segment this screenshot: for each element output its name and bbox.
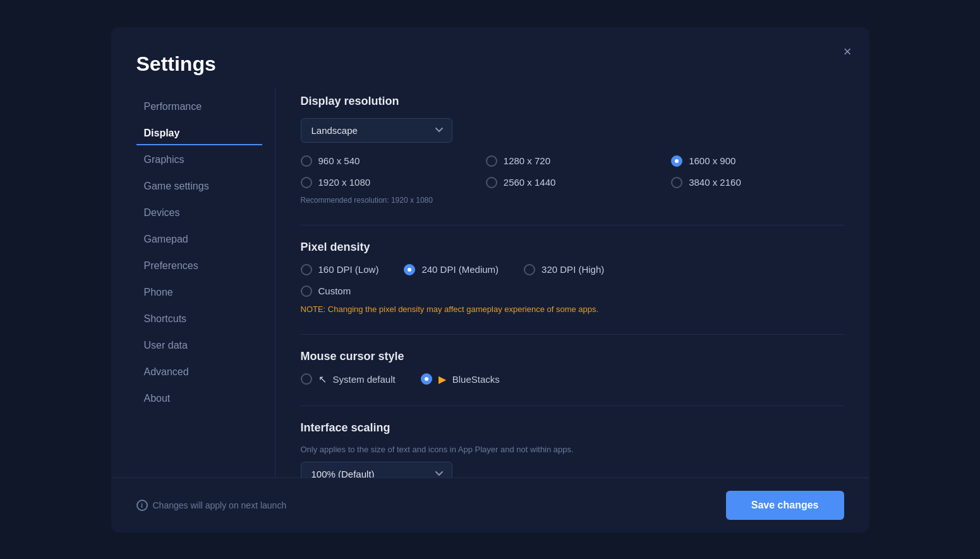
interface-scaling-section: Interface scaling Only applies to the si…: [301, 421, 844, 478]
resolution-hint: Recommended resolution: 1920 x 1080: [301, 196, 844, 205]
pixel-density-title: Pixel density: [301, 241, 844, 254]
footer-note: i Changes will apply on next launch: [136, 500, 287, 511]
bluestacks-cursor-icon: ▶: [439, 373, 446, 385]
modal-body: Performance Display Graphics Game settin…: [111, 88, 869, 478]
modal-title: Settings: [136, 52, 844, 76]
pixel-density-section: Pixel density 160 DPI (Low) 240 DPI (Med…: [301, 241, 844, 314]
settings-modal: Settings × Performance Display Graphics …: [111, 27, 869, 532]
divider-2: [301, 334, 844, 335]
sidebar-item-performance[interactable]: Performance: [136, 95, 262, 119]
dpi-option-160[interactable]: 160 DPI (Low): [301, 264, 379, 275]
sidebar-item-shortcuts[interactable]: Shortcuts: [136, 307, 262, 331]
cursor-options: ↖ System default ▶ BlueStacks: [301, 373, 844, 385]
footer-note-text: Changes will apply on next launch: [153, 500, 287, 510]
interface-scaling-desc: Only applies to the size of text and ico…: [301, 445, 844, 454]
resolution-option-1280[interactable]: 1280 x 720: [486, 155, 658, 167]
save-changes-button[interactable]: Save changes: [726, 491, 844, 520]
cursor-radio-bluestacks[interactable]: [421, 373, 432, 385]
resolution-radio-3840[interactable]: [671, 177, 682, 188]
sidebar-item-user-data[interactable]: User data: [136, 334, 262, 358]
display-resolution-title: Display resolution: [301, 95, 844, 108]
sidebar-item-game-settings[interactable]: Game settings: [136, 174, 262, 198]
sidebar-item-graphics[interactable]: Graphics: [136, 148, 262, 172]
sidebar-item-devices[interactable]: Devices: [136, 201, 262, 225]
info-icon: i: [136, 500, 148, 511]
resolution-option-1920[interactable]: 1920 x 1080: [301, 177, 473, 188]
resolution-radio-1920[interactable]: [301, 177, 312, 188]
sidebar-item-phone[interactable]: Phone: [136, 280, 262, 304]
scaling-dropdown-wrapper: 75% 100% (Default) 125% 150%: [301, 462, 844, 478]
resolution-radio-1280[interactable]: [486, 155, 497, 167]
orientation-dropdown[interactable]: Landscape Portrait: [301, 118, 452, 143]
modal-header: Settings: [111, 27, 869, 88]
dpi-radio-320[interactable]: [524, 264, 535, 275]
cursor-option-bluestacks[interactable]: ▶ BlueStacks: [421, 373, 500, 385]
resolution-option-960[interactable]: 960 x 540: [301, 155, 473, 167]
close-button[interactable]: ×: [838, 40, 857, 64]
resolution-option-2560[interactable]: 2560 x 1440: [486, 177, 658, 188]
dpi-option-custom[interactable]: Custom: [301, 286, 379, 297]
scaling-dropdown[interactable]: 75% 100% (Default) 125% 150%: [301, 462, 452, 478]
dpi-option-320[interactable]: 320 DPI (High): [524, 264, 604, 275]
resolution-radio-1600[interactable]: [671, 155, 682, 167]
content-area: Display resolution Landscape Portrait 96…: [275, 88, 844, 478]
resolution-radio-2560[interactable]: [486, 177, 497, 188]
dpi-radio-160[interactable]: [301, 264, 312, 275]
sidebar-item-advanced[interactable]: Advanced: [136, 360, 262, 384]
dpi-option-240[interactable]: 240 DPI (Medium): [404, 264, 499, 275]
divider-3: [301, 406, 844, 406]
sidebar-item-about[interactable]: About: [136, 387, 262, 411]
system-cursor-icon: ↖: [318, 373, 327, 385]
display-resolution-section: Display resolution Landscape Portrait 96…: [301, 95, 844, 205]
resolution-radio-960[interactable]: [301, 155, 312, 167]
resolution-option-3840[interactable]: 3840 x 2160: [671, 177, 844, 188]
modal-footer: i Changes will apply on next launch Save…: [111, 478, 869, 532]
cursor-radio-system[interactable]: [301, 373, 312, 385]
resolution-options: 960 x 540 1280 x 720 1600 x 900 1920 x 1…: [301, 155, 844, 188]
resolution-option-1600[interactable]: 1600 x 900: [671, 155, 844, 167]
sidebar: Performance Display Graphics Game settin…: [136, 88, 275, 478]
orientation-dropdown-wrapper: Landscape Portrait: [301, 118, 844, 143]
pixel-density-options: 160 DPI (Low) 240 DPI (Medium) 320 DPI (…: [301, 264, 844, 297]
dpi-radio-240[interactable]: [404, 264, 415, 275]
cursor-option-system[interactable]: ↖ System default: [301, 373, 396, 385]
sidebar-item-preferences[interactable]: Preferences: [136, 254, 262, 278]
sidebar-item-gamepad[interactable]: Gamepad: [136, 227, 262, 251]
pixel-density-warning: NOTE: Changing the pixel density may aff…: [301, 304, 844, 314]
dpi-radio-custom[interactable]: [301, 286, 312, 297]
mouse-cursor-title: Mouse cursor style: [301, 350, 844, 363]
divider-1: [301, 225, 844, 225]
mouse-cursor-section: Mouse cursor style ↖ System default ▶ Bl…: [301, 350, 844, 385]
sidebar-item-display[interactable]: Display: [136, 121, 262, 145]
interface-scaling-title: Interface scaling: [301, 421, 844, 435]
